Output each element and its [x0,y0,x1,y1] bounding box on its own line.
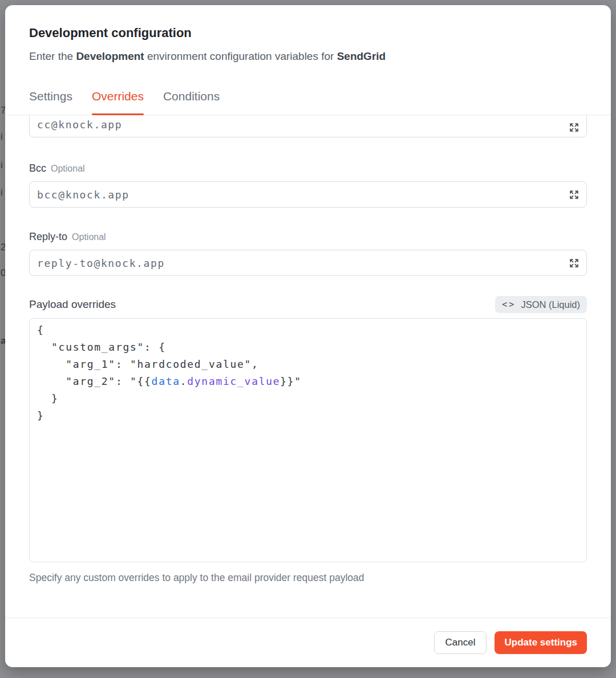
development-configuration-modal: Development configuration Enter the Deve… [5,5,611,667]
background-char: 2 [1,242,5,253]
background-char: i [1,160,3,171]
code-text: . [180,375,188,387]
code-line: } [37,407,579,424]
liquid-object-token: data [152,375,180,387]
expand-icon[interactable] [568,188,580,201]
modal-header: Development configuration Enter the Deve… [5,5,611,63]
cc-input[interactable] [29,115,587,137]
expand-icon[interactable] [568,257,580,269]
payload-overrides-header: Payload overrides <> JSON (Liquid) [29,296,587,313]
reply-to-input[interactable] [29,250,587,276]
language-badge: <> JSON (Liquid) [495,296,587,313]
cc-field [29,115,587,137]
liquid-property-token: dynamic_value [187,375,280,387]
provider-name: SendGrid [337,50,386,62]
code-line: } [37,390,579,407]
cancel-button[interactable]: Cancel [434,631,487,654]
environment-name: Development [76,50,144,62]
payload-overrides-help: Specify any custom overrides to apply to… [29,571,587,584]
tab-bar: Settings Overrides Conditions [5,89,611,115]
tab-conditions[interactable]: Conditions [163,89,220,115]
subtitle-text: Enter the [29,50,76,62]
payload-overrides-label: Payload overrides [29,298,116,311]
background-char: 0 [1,267,5,279]
background-char: i [1,131,3,143]
reply-to-label: Reply-toOptional [29,231,587,243]
code-icon: <> [502,299,516,310]
update-settings-button[interactable]: Update settings [495,631,587,654]
background-char: 7 [1,105,5,116]
bcc-field-group: BccOptional [29,163,587,208]
bcc-field [29,181,587,208]
code-text: "arg_2": "{{ [37,375,152,387]
code-line: "arg_1": "hardcoded_value", [37,356,579,373]
modal-title: Development configuration [29,26,587,40]
optional-tag: Optional [72,232,106,242]
tab-overrides[interactable]: Overrides [92,89,144,115]
field-label-text: Reply-to [29,231,67,242]
optional-tag: Optional [51,164,85,173]
modal-footer: Cancel Update settings [5,618,611,667]
subtitle-text: environment configuration variables for [144,50,337,62]
background-char: i [1,187,3,198]
code-line: "custom_args": { [37,339,579,356]
code-line: "arg_2": "{{data.dynamic_value}}" [37,373,579,390]
tab-settings[interactable]: Settings [29,89,72,115]
code-line: { [37,322,579,339]
language-badge-label: JSON (Liquid) [521,299,580,310]
payload-overrides-editor[interactable]: { "custom_args": { "arg_1": "hardcoded_v… [29,318,587,562]
modal-overlay: 7 i i i 2 0 a Development configuration … [0,0,616,678]
modal-subtitle: Enter the Development environment config… [29,50,587,63]
expand-icon[interactable] [568,121,580,133]
reply-to-field-group: Reply-toOptional [29,231,587,276]
background-char: a [1,335,5,347]
bcc-label: BccOptional [29,163,587,174]
bcc-input[interactable] [29,181,587,208]
reply-to-field [29,250,587,276]
background-page-text: 7 i i i 2 0 a [0,0,5,678]
field-label-text: Bcc [29,163,46,174]
overrides-tab-panel: BccOptional Reply-toOptional [5,115,611,618]
code-text: }}" [280,375,302,387]
